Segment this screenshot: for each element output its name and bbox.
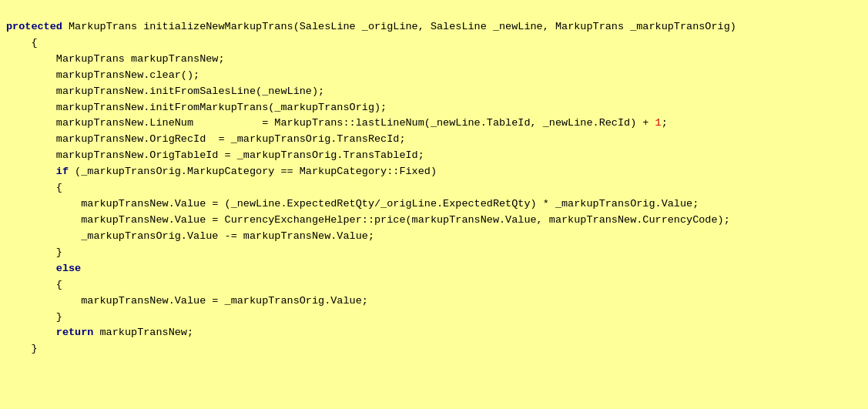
code-text: markupTransNew.initFromMarkupTrans(_mark… (6, 100, 387, 116)
code-line: markupTransNew.Value = CurrencyExchangeH… (0, 213, 868, 229)
code-text: _markupTransOrig.Value -= markupTransNew… (6, 229, 374, 245)
code-segment-normal: markupTransNew.Value = CurrencyExchangeH… (6, 214, 730, 226)
code-text: markupTransNew.LineNum = MarkupTrans::la… (6, 116, 668, 132)
code-line: markupTransNew.OrigTableId = _markupTran… (0, 148, 868, 164)
code-line: MarkupTrans markupTransNew; (0, 52, 868, 68)
code-line: return markupTransNew; (0, 325, 868, 341)
code-segment-normal: { (6, 182, 62, 193)
code-line: } (0, 245, 868, 261)
code-segment-normal: } (6, 343, 38, 354)
code-line: markupTransNew.Value = (_newLine.Expecte… (0, 196, 868, 213)
code-line: markupTransNew.Value = _markupTransOrig.… (0, 293, 868, 310)
code-segment-normal: markupTransNew.clear(); (6, 69, 199, 81)
code-text: markupTransNew.Value = _markupTransOrig.… (6, 293, 368, 310)
code-line: } (0, 341, 868, 357)
code-line: _markupTransOrig.Value -= markupTransNew… (0, 229, 868, 245)
code-text: if (_markupTransOrig.MarkupCategory == M… (6, 164, 437, 180)
code-segment-normal: markupTransNew.LineNum = MarkupTrans::la… (6, 117, 655, 129)
code-segment-kw-return: return (6, 327, 93, 338)
code-segment-normal: markupTransNew.OrigTableId = _markupTran… (6, 149, 424, 161)
code-line: protected MarkupTrans initializeNewMarku… (0, 19, 868, 35)
code-segment-normal: markupTransNew.Value = (_newLine.Expecte… (6, 198, 699, 210)
code-line: { (0, 180, 868, 196)
code-text: } (6, 341, 38, 357)
code-segment-normal: MarkupTrans initializeNewMarkupTrans(Sal… (62, 21, 736, 32)
code-segment-num: 1 (655, 117, 662, 129)
code-line: markupTransNew.initFromSalesLine(_newLin… (0, 84, 868, 100)
code-line: markupTransNew.OrigRecId = _markupTransO… (0, 132, 868, 148)
code-text: { (6, 277, 62, 293)
code-text: { (6, 35, 38, 52)
code-text: markupTransNew.OrigTableId = _markupTran… (6, 148, 424, 164)
code-line: { (0, 277, 868, 293)
code-segment-normal: MarkupTrans markupTransNew; (6, 53, 225, 65)
code-segment-normal: markupTransNew.Value = _markupTransOrig.… (6, 295, 368, 307)
code-text: } (6, 245, 62, 261)
code-text: { (6, 180, 62, 196)
code-editor: protected MarkupTrans initializeNewMarku… (0, 0, 868, 360)
code-text: markupTransNew.Value = (_newLine.Expecte… (6, 196, 699, 213)
code-text: } (6, 310, 62, 326)
code-segment-normal: _markupTransOrig.Value -= markupTransNew… (6, 230, 374, 242)
code-text: return markupTransNew; (6, 325, 193, 341)
code-text: markupTransNew.initFromSalesLine(_newLin… (6, 84, 324, 100)
code-text: protected MarkupTrans initializeNewMarku… (6, 19, 736, 35)
code-text: markupTransNew.Value = CurrencyExchangeH… (6, 213, 730, 229)
code-segment-normal: } (6, 311, 62, 323)
code-segment-normal: ; (662, 117, 668, 129)
code-text: else (6, 261, 81, 277)
code-text: markupTransNew.clear(); (6, 68, 199, 84)
code-text: MarkupTrans markupTransNew; (6, 52, 225, 68)
code-line: } (0, 310, 868, 326)
code-line: markupTransNew.initFromMarkupTrans(_mark… (0, 100, 868, 116)
code-text: markupTransNew.OrigRecId = _markupTransO… (6, 132, 405, 148)
code-line: if (_markupTransOrig.MarkupCategory == M… (0, 164, 868, 180)
code-segment-kw-else: else (6, 263, 81, 274)
code-segment-normal: (_markupTransOrig.MarkupCategory == Mark… (69, 166, 437, 177)
code-segment-normal: { (6, 279, 62, 290)
code-line: else (0, 261, 868, 277)
code-segment-normal: { (6, 37, 38, 49)
code-line: { (0, 35, 868, 52)
code-line: markupTransNew.LineNum = MarkupTrans::la… (0, 116, 868, 132)
code-segment-normal: markupTransNew.initFromMarkupTrans(_mark… (6, 102, 387, 113)
code-segment-normal: markupTransNew.initFromSalesLine(_newLin… (6, 85, 324, 97)
code-segment-normal: markupTransNew; (93, 327, 193, 338)
code-line: markupTransNew.clear(); (0, 68, 868, 84)
code-segment-normal: markupTransNew.OrigRecId = _markupTransO… (6, 133, 405, 145)
code-segment-kw-if: if (6, 166, 69, 177)
code-segment-kw-protected: protected (6, 21, 62, 32)
code-segment-normal: } (6, 246, 62, 258)
